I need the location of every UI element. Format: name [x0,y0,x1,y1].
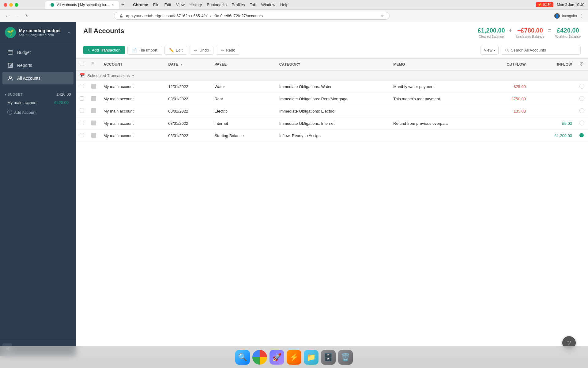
app-container: 🌱 My spending budget 5d485270@uifeed.com… [0,22,588,356]
chrome-menu-history[interactable]: History [190,2,202,7]
col-account-header[interactable]: ACCOUNT [100,59,164,70]
sidebar-item-budget[interactable]: Budget [2,46,74,59]
maximize-button[interactable] [15,3,18,7]
row-flag-cell[interactable] [88,81,100,93]
dock-trash-icon[interactable]: 🗑️ [338,350,353,365]
chrome-menu-edit[interactable]: Edit [164,2,171,7]
row-1-clear[interactable] [576,81,588,93]
row-2-clear[interactable] [576,93,588,105]
row-3-clear[interactable] [576,105,588,117]
row-5-clear[interactable] [576,130,588,142]
sidebar-header[interactable]: 🌱 My spending budget 5d485270@uifeed.com [0,22,76,43]
tab-close-button[interactable]: ✕ [111,3,114,6]
row-5-flag [91,133,96,138]
dock: 🔍 🚀 ⚡ 📁 🗄️ 🗑️ [0,346,588,368]
scheduled-transactions-header[interactable]: 📅 Scheduled Transactions ▾ [76,71,588,80]
clear-status-icon[interactable] [579,84,584,89]
chrome-menu-tab[interactable]: Tab [250,2,256,7]
table-row[interactable]: My main account 03/01/2022 Electric Imme… [76,105,588,117]
row-checkbox-cell[interactable] [76,130,88,142]
col-payee-header[interactable]: PAYEE [211,59,275,70]
row-checkbox-cell[interactable] [76,117,88,130]
forward-button[interactable]: → [13,12,21,20]
clear-status-icon[interactable] [579,121,584,125]
new-tab-button[interactable]: + [121,2,125,8]
row-checkbox-cell[interactable] [76,81,88,93]
row-checkbox-cell[interactable] [76,93,88,105]
view-button[interactable]: View ▾ [481,46,499,55]
dock-launchpad-icon[interactable]: 🚀 [270,350,284,365]
table-row[interactable]: My main account 03/01/2022 Internet Imme… [76,117,588,130]
row-1-checkbox[interactable] [80,84,84,88]
row-4-checkbox[interactable] [80,121,84,125]
minimize-button[interactable] [9,3,13,7]
sidebar-item-reports[interactable]: Reports [2,59,74,71]
row-2-outflow: £750.00 [483,93,530,105]
refresh-table-icon[interactable] [579,62,584,66]
url-bar[interactable]: app.youneedabudget.com/fe67162b-e665-4fa… [114,12,390,20]
clear-status-icon[interactable] [579,108,584,113]
chrome-menu-window[interactable]: Window [261,2,275,7]
dock-archive-icon[interactable]: 🗄️ [321,350,336,365]
star-icon[interactable] [380,14,384,18]
col-inflow-header[interactable]: INFLOW [530,59,576,70]
chrome-menu-chrome[interactable]: Chrome [133,2,148,7]
clear-status-icon[interactable] [579,96,584,101]
undo-button[interactable]: ↩ Undo [190,46,213,55]
chrome-menu-view[interactable]: View [176,2,185,7]
dock-files-icon[interactable]: 📁 [304,350,318,365]
edit-button[interactable]: ✏️ Edit [164,46,187,55]
row-flag-cell[interactable] [88,117,100,130]
chrome-menu-profiles[interactable]: Profiles [232,2,245,7]
traffic-lights[interactable] [4,3,18,7]
sidebar-item-all-accounts[interactable]: All Accounts [2,72,74,84]
search-bar[interactable] [501,46,581,55]
dock-finder-icon[interactable]: 🔍 [235,350,250,365]
sidebar-budget-section: ▾ BUDGET £420.00 My main account £420.00… [0,90,76,120]
col-outflow-header[interactable]: OUTFLOW [483,59,530,70]
my-main-account-item[interactable]: My main account £420.00 [5,98,71,107]
reports-icon [7,62,13,68]
active-tab[interactable]: All Accounts | My spending bu... ✕ [45,1,119,9]
select-all-checkbox[interactable] [80,62,84,66]
row-flag-cell[interactable] [88,130,100,142]
chrome-menu-bookmarks[interactable]: Bookmarks [207,2,227,7]
row-flag-cell[interactable] [88,105,100,117]
dock-lightning-icon[interactable]: ⚡ [287,350,301,365]
col-date-header[interactable]: DATE ▼ [164,59,211,70]
row-4-clear[interactable] [576,117,588,130]
working-amount: £420.00 [557,27,579,34]
close-button[interactable] [4,3,7,7]
col-memo-header[interactable]: MEMO [390,59,483,70]
table-row[interactable]: My main account 12/01/2022 Water Immedia… [76,81,588,93]
col-category-header[interactable]: CATEGORY [276,59,390,70]
row-3-checkbox[interactable] [80,109,84,113]
file-import-button[interactable]: 📄 File Import [127,46,162,55]
add-account-button[interactable]: + Add Account [5,107,71,117]
row-4-account: My main account [100,117,164,130]
row-2-checkbox[interactable] [80,96,84,101]
budget-name: My spending budget [19,28,64,33]
budget-section-header[interactable]: ▾ BUDGET £420.00 [5,92,71,97]
refresh-button[interactable]: ↻ [23,12,31,20]
lock-icon [119,14,123,18]
chrome-menu-file[interactable]: File [153,2,160,7]
table-row[interactable]: My main account 03/01/2022 Starting Bala… [76,130,588,142]
add-transaction-button[interactable]: + Add Transaction [83,46,125,54]
row-checkbox-cell[interactable] [76,105,88,117]
row-4-inflow: £5.00 [530,117,576,130]
redo-button[interactable]: ↪ Redo [216,46,240,55]
row-1-category: Immediate Obligations: Water [276,81,390,93]
row-5-checkbox[interactable] [80,133,84,137]
row-flag-cell[interactable] [88,93,100,105]
chrome-menu-help[interactable]: Help [280,2,288,7]
table-row[interactable]: My main account 03/01/2022 Rent Immediat… [76,93,588,105]
back-button[interactable]: ← [4,12,11,20]
dock-chrome-icon[interactable] [252,350,267,365]
col-checkbox[interactable] [76,59,88,70]
dropdown-arrow-icon[interactable] [67,31,71,34]
chrome-menu-icon[interactable] [579,13,584,18]
cleared-dot-icon[interactable] [579,133,584,137]
working-balance: £420.00 Working Balance [555,27,581,38]
search-input[interactable] [511,48,577,52]
